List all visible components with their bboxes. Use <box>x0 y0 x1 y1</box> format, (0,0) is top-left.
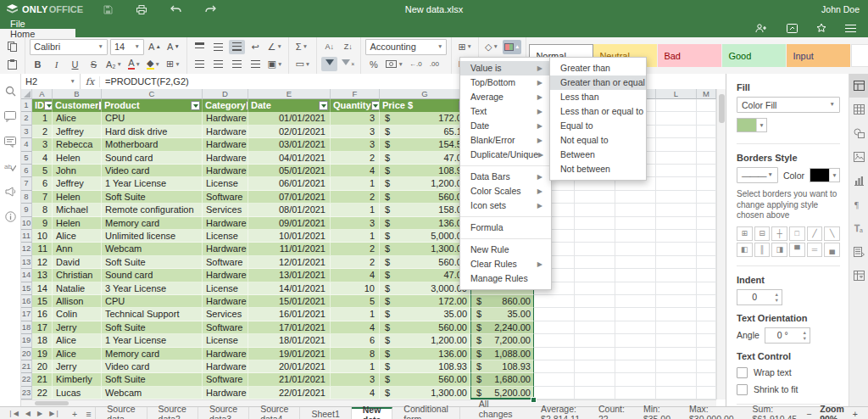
cell-product[interactable]: Soft Suite <box>102 373 203 386</box>
sheet-list-button[interactable]: ≡ <box>81 407 95 419</box>
cell-empty[interactable] <box>656 230 697 243</box>
shape-settings-icon[interactable] <box>849 121 868 145</box>
table-header-Price $[interactable]: Price $ <box>380 99 470 112</box>
cell-id[interactable]: 21 <box>32 373 53 386</box>
border-top-button[interactable]: ▀ <box>789 243 805 257</box>
cell-total[interactable]: $108.93 <box>470 360 534 373</box>
cell-id[interactable]: 17 <box>32 321 53 334</box>
cell-empty[interactable] <box>615 282 656 295</box>
cell-category[interactable]: Hardware <box>203 360 248 373</box>
table-header-Product[interactable]: Product <box>102 99 203 112</box>
cell-customer[interactable]: Alice <box>53 334 102 347</box>
menu-item-greater-than[interactable]: Greater than <box>550 61 646 75</box>
cell-product[interactable]: Video card <box>102 360 203 373</box>
cell-price[interactable]: $560.00 <box>380 373 470 386</box>
cell-reference-box[interactable]: H2 ▼ <box>21 74 81 89</box>
cell-price[interactable]: $1,200.00 <box>380 334 470 347</box>
cell-empty[interactable] <box>697 152 716 165</box>
cell-category[interactable]: Hardware <box>203 387 248 399</box>
cell-category[interactable]: License <box>203 282 248 295</box>
cell-empty[interactable] <box>656 295 697 308</box>
cell-product[interactable]: Soft Suite <box>102 191 203 204</box>
image-settings-icon[interactable] <box>849 145 868 169</box>
menu-item-not-between[interactable]: Not between <box>550 162 646 176</box>
sheet-tab-source-data4[interactable]: Source data4 <box>249 407 300 419</box>
cell-empty[interactable] <box>615 373 656 386</box>
cell-quantity[interactable]: 4 <box>331 321 380 334</box>
border-outer-button[interactable]: □ <box>789 226 805 241</box>
cell-empty[interactable] <box>697 177 716 190</box>
cell-empty[interactable] <box>575 230 615 243</box>
row-header-15[interactable]: 15 <box>21 282 32 295</box>
cell-id[interactable]: 3 <box>32 138 53 151</box>
cell-category[interactable]: Hardware <box>203 269 248 282</box>
cell-total[interactable]: $35.00 <box>470 308 534 321</box>
sheet-tab-source-data2[interactable]: Source data2 <box>147 407 198 419</box>
border-style-select[interactable]: ———▼ <box>737 167 778 183</box>
cell-date[interactable]: 12/01/2021 <box>248 256 331 269</box>
cell-empty[interactable] <box>656 138 697 151</box>
cell-empty[interactable] <box>697 165 716 177</box>
clear-style-button[interactable]: ◇▼ <box>483 40 500 54</box>
cell-empty[interactable] <box>575 256 615 269</box>
cell-empty[interactable] <box>656 243 697 255</box>
cell-quantity[interactable]: 1 <box>331 360 380 373</box>
cell-date[interactable]: 14/01/2021 <box>248 282 331 295</box>
font-size-select[interactable]: 14▼ <box>110 39 144 55</box>
cell-quantity[interactable]: 4 <box>331 387 380 399</box>
cell-date[interactable]: 13/01/2021 <box>248 269 331 282</box>
cell-empty[interactable] <box>697 126 716 138</box>
cell-empty[interactable] <box>575 204 615 216</box>
font-color-button[interactable]: A▼ <box>126 57 142 71</box>
menu-item-average[interactable]: Average▶ <box>460 90 551 104</box>
cell-category[interactable]: Software <box>203 373 248 386</box>
cell-empty[interactable] <box>575 360 615 373</box>
cell-category[interactable]: License <box>203 177 248 190</box>
shrink-to-fit-checkbox[interactable] <box>737 384 748 395</box>
menu-item-not-equal-to[interactable]: Not equal to <box>550 133 646 148</box>
cell-product[interactable]: CPU <box>102 112 203 125</box>
row-header-11[interactable]: 11 <box>21 230 32 243</box>
favorite-star-icon[interactable] <box>816 23 826 33</box>
sort-ascending-button[interactable]: A↓ <box>321 40 337 54</box>
cell-price[interactable]: $172.00 <box>380 295 470 308</box>
column-header-D[interactable]: D <box>203 89 248 99</box>
cell-empty[interactable] <box>656 321 697 334</box>
increase-decimal-button[interactable]: .00 <box>426 57 442 71</box>
font-name-select[interactable]: Calibri▼ <box>30 39 108 55</box>
cell-empty[interactable] <box>697 308 716 321</box>
cell-product[interactable]: Soft Suite <box>102 256 203 269</box>
spellcheck-icon[interactable]: ab <box>4 162 16 172</box>
menu-item-data-bars[interactable]: Data Bars▶ <box>460 170 551 184</box>
last-sheet-button[interactable]: ▶❘ <box>49 410 60 417</box>
cell-empty[interactable] <box>697 387 716 399</box>
cell-customer[interactable]: Rebecca <box>53 138 102 151</box>
cell-empty[interactable] <box>656 126 697 138</box>
column-header-C[interactable]: C <box>102 89 203 99</box>
column-header-G[interactable]: G <box>380 89 470 99</box>
align-bottom-button[interactable] <box>229 40 245 54</box>
cell-product[interactable]: Memory card <box>102 348 203 360</box>
cell-quantity[interactable]: 4 <box>331 269 380 282</box>
fill-color-swatch[interactable]: ▼ <box>737 118 767 132</box>
cell-empty[interactable] <box>575 348 615 360</box>
cell-empty[interactable] <box>534 373 575 386</box>
cell-price[interactable]: $47.00 <box>380 269 470 282</box>
add-sheet-button[interactable]: + <box>68 407 81 419</box>
cell-quantity[interactable]: 3 <box>331 138 380 151</box>
cell-price[interactable]: $154.50 <box>380 138 470 151</box>
cell-product[interactable]: Unlimited license <box>102 230 203 243</box>
merge-cells-button[interactable]: ▣▼ <box>266 57 285 71</box>
cell-borders-button[interactable]: ⊞▼ <box>164 57 182 71</box>
cell-id[interactable]: 8 <box>32 204 53 216</box>
border-color-swatch[interactable]: ▼ <box>810 168 840 182</box>
cell-quantity[interactable]: 4 <box>331 165 380 177</box>
cell-quantity[interactable]: 2 <box>331 256 380 269</box>
search-icon[interactable] <box>5 86 16 97</box>
subscript-button[interactable]: A₂▼ <box>104 57 124 71</box>
cell-date[interactable]: 08/01/2021 <box>248 204 331 216</box>
cell-quantity[interactable]: 3 <box>331 217 380 230</box>
currency-style-button[interactable]: ▼ <box>384 57 404 71</box>
cell-empty[interactable] <box>697 204 716 216</box>
horizontal-scrollbar-thumb[interactable] <box>35 401 69 405</box>
